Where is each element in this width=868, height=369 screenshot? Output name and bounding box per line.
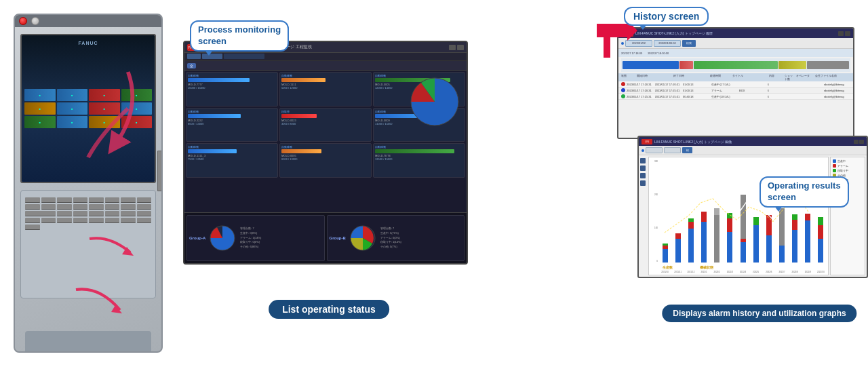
process-callout-line2: screen — [198, 36, 226, 46]
ms-machine-cell: 自動稼働 MOLD-1111_3 7500 / 13500 — [186, 143, 278, 178]
ms-machine-cell: 自動稼働 MOLD-1111 5000 / 12000 — [279, 72, 372, 106]
hs-btn — [845, 31, 850, 36]
process-monitoring-callout: Process monitoring screen — [190, 20, 289, 52]
emergency-stop-button — [19, 17, 27, 25]
process-callout-line1: Process monitoring — [198, 24, 281, 35]
key — [73, 218, 88, 223]
hs-status-dot-green — [621, 94, 625, 98]
key — [121, 218, 136, 223]
ms-machine-cell: 自動稼働 MOLD-7777 10000 / 15000 — [186, 72, 278, 106]
screen-cell: ■ — [89, 116, 120, 128]
screen-cell: ■ — [57, 116, 88, 128]
key — [137, 204, 152, 210]
key — [41, 197, 56, 203]
hs-status-dot-blue — [621, 88, 625, 92]
ms-btn — [449, 45, 456, 50]
hs-col-content: 内容 — [769, 74, 783, 81]
key — [121, 204, 136, 210]
machine-handle — [157, 151, 163, 191]
hs-titlebar: LIN LIN-FANUC SHOT-LINK2 [入力] トップページ 履歴 — [618, 28, 853, 38]
key — [121, 211, 136, 216]
group-b-label: Group-B — [330, 236, 346, 240]
screen-cell: ■ — [89, 89, 120, 101]
legend-item-alarm: アラーム — [833, 164, 863, 168]
ms-btn — [457, 45, 464, 50]
os-filter-input[interactable] — [646, 147, 663, 153]
hs-col-start: 開始日時 — [637, 74, 672, 81]
os-title: LIN-FANUC SHOT-LINK2 [入力] トップページ 稼働 — [654, 140, 852, 144]
machine-keyboard — [25, 197, 151, 230]
screen-cell: ■ — [24, 89, 56, 101]
hs-table-row: 2023/01/17 17:25:31 2023/01/17 17:25:31 … — [618, 94, 853, 100]
key — [89, 204, 104, 210]
hs-col-operator: オペレータ — [796, 74, 814, 81]
ms-tabs: 全 — [184, 61, 467, 71]
hs-col-title: タイトル — [732, 74, 768, 81]
ms-machine-cell: 自動稼働 MOLD-2222 8000 / 13000 — [186, 108, 278, 142]
hs-col-end: 終了日時 — [673, 74, 709, 81]
machine-logo: FANUC — [78, 41, 98, 45]
key — [25, 197, 40, 203]
group-a-legend: 管理台数: 7 生産中: 0(0%) アラーム: 1(14%) 段取り中: 0(… — [240, 227, 261, 250]
os-btn — [854, 140, 859, 144]
os-nav-btn[interactable] — [640, 173, 646, 178]
screen-cell: ■ — [121, 89, 153, 101]
machine-screen-content: ■ ■ ■ ■ ■ ■ ■ ■ ■ ■ ■ ■ — [22, 35, 155, 182]
key-wide — [25, 211, 56, 216]
hs-table-header: 状態 開始日時 終了日時 経過時間 タイトル 内容 ショット数 オペレータ 会生… — [618, 73, 853, 81]
screen-cell: ■ — [121, 116, 153, 128]
legend-color-alarm — [833, 164, 836, 168]
os-side-nav — [640, 157, 647, 275]
os-nav-btn[interactable] — [640, 166, 646, 171]
ms-toolbar-btn — [187, 54, 201, 59]
key — [105, 211, 120, 216]
tab-all[interactable]: 全 — [187, 63, 196, 69]
operating-callout-line1: Operating results — [768, 180, 841, 191]
key — [25, 218, 40, 223]
os-date-input[interactable] — [664, 147, 681, 153]
key — [25, 225, 40, 230]
screen-cell: ■ — [57, 89, 88, 101]
key — [137, 211, 152, 216]
hs-search-btn[interactable]: 検索 — [682, 40, 696, 47]
hs-gantt-chart — [621, 58, 850, 72]
os-nav-btn[interactable] — [640, 180, 646, 186]
machine-top-bar — [15, 15, 161, 27]
key — [25, 204, 40, 210]
key — [89, 197, 104, 203]
hs-table-row: 2023/01/17 17:20:31 2023/01/17 17:20:31 … — [618, 81, 853, 88]
os-line-chart — [658, 160, 827, 263]
key — [89, 211, 104, 216]
screen-cell: ■ — [89, 102, 120, 115]
hs-date-input[interactable]: 2022/01/06:50 — [654, 40, 681, 47]
hs-col-file: 会生ファイル名前 — [815, 74, 850, 81]
hs-col-shots: ショット数 — [785, 74, 795, 81]
ms-toolbar — [184, 53, 467, 61]
key — [57, 204, 72, 210]
screen-cell: ■ — [24, 102, 56, 115]
ms-machine-cell: 段取替 MOLD-0023 3000 / 8000 — [279, 108, 372, 142]
history-screen: LIN LIN-FANUC SHOT-LINK2 [入力] トップページ 履歴 … — [617, 27, 854, 139]
os-y-axis: 300 200 100 0 — [649, 160, 658, 263]
key — [73, 197, 88, 203]
hs-col-status: 状態 — [621, 74, 635, 81]
os-yellow-labels: 生産数 機械状態 — [663, 265, 713, 269]
key — [105, 218, 120, 223]
monitoring-screen: FANUC FANUC ROBOSHOT-LINK2 5:15.17 トップペー… — [183, 41, 468, 265]
key — [105, 197, 120, 203]
key — [89, 218, 104, 223]
key — [137, 197, 152, 203]
os-x-labels: 2021/10 2021/11 2021/12 2022/1 2022/2 20… — [658, 271, 827, 273]
hs-time-range: 2022/27 17:18:00 2022/27 18:30:00 — [618, 49, 853, 57]
os-titlebar: LIN LIN-FANUC SHOT-LINK2 [入力] トップページ 稼働 — [639, 137, 867, 146]
hs-status-dot-red — [621, 82, 625, 86]
os-search-btn[interactable]: 検 — [682, 147, 692, 153]
key — [41, 218, 56, 223]
group-a-pie — [208, 223, 238, 254]
key — [41, 204, 56, 210]
machine-base — [25, 331, 151, 351]
ms-pie-chart: 監視台数: 14 生産中 11 (79%) アラーム 1 (14%) 段取り中 … — [406, 73, 464, 131]
os-nav-btn[interactable] — [640, 158, 646, 163]
hs-btn — [838, 31, 844, 36]
group-a-box: Group-A 管理台数: 7 生産中: 0(0%) アラーム: 1(14%) … — [186, 215, 325, 261]
